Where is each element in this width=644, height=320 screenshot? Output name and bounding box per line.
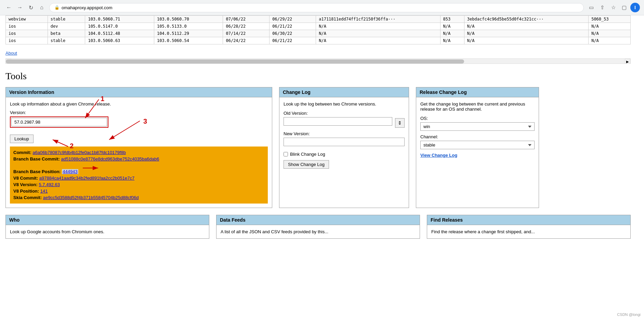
bookmark-button[interactable]: ☆ — [608, 3, 618, 12]
profile-avatar[interactable]: I — [630, 3, 640, 12]
version-info-header: Version Information — [6, 87, 272, 97]
who-card: Who Look up Google accounts from Chromiu… — [5, 215, 209, 239]
tools-heading: Tools — [5, 71, 631, 82]
results-area: Commit: a6a06b78087c9fdb4b12fe0ac1b87fdc… — [10, 147, 268, 204]
version-info-description: Look up information about a given Chrome… — [10, 101, 268, 107]
v8-position-row: V8 Position: 141 — [13, 188, 264, 194]
lock-icon: 🔒 — [54, 5, 60, 10]
home-button[interactable]: ⌂ — [37, 3, 47, 12]
who-header: Who — [6, 215, 209, 225]
who-description: Look up Google accounts from Chromium on… — [10, 229, 205, 234]
branch-base-position-row: Branch Base Position: 444943 — [13, 162, 264, 175]
new-version-col: New Version: — [284, 131, 405, 149]
old-version-input[interactable] — [284, 117, 392, 126]
page-content: webviewstable103.0.5060.71103.0.5060.700… — [0, 15, 636, 246]
branch-base-commit-link[interactable]: ad51088c0e8776e8dcd963dbe752c4035ba6dab6 — [61, 156, 159, 162]
about-link[interactable]: About — [5, 51, 17, 56]
svg-line-3 — [53, 140, 68, 147]
branch-base-commit-label: Branch Base Commit: — [13, 156, 60, 162]
v8-version-label: V8 Version: — [13, 182, 38, 187]
address-bar[interactable]: 🔒 omahaproxy.appspot.com — [49, 3, 584, 12]
release-changelog-body: Get the change log between the current a… — [416, 97, 539, 162]
changelog-description: Look up the log between two Chrome versi… — [284, 101, 405, 107]
share-button[interactable]: ⇧ — [597, 3, 607, 12]
skia-commit-row: Skia Commit: ae9cc5d3588d52f4b371b558457… — [13, 194, 264, 201]
skia-commit-label: Skia Commit: — [13, 195, 42, 200]
table-row: webviewstable103.0.5060.71103.0.5060.700… — [6, 16, 631, 23]
channel-select[interactable]: stablebetadevcanary — [420, 141, 535, 149]
browser-actions: ▭ ⇧ ☆ ▢ I — [587, 3, 640, 12]
table-row: iosbeta104.0.5112.48104.0.5112.2907/14/2… — [6, 30, 631, 37]
commit-link[interactable]: a6a06b78087c9fdb4b12fe0ac1b87fdc10179f8b — [32, 150, 126, 155]
branch-base-commit-row: Branch Base Commit: ad51088c0e8776e8dcd9… — [13, 156, 264, 162]
old-version-label: Old Version: — [284, 111, 392, 116]
versions-table: webviewstable103.0.5060.71103.0.5060.700… — [5, 15, 631, 44]
browser-chrome: ← → ↻ ⌂ 🔒 omahaproxy.appspot.com ▭ ⇧ ☆ ▢… — [0, 0, 644, 15]
find-releases-header: Find Releases — [427, 215, 630, 225]
forward-button[interactable]: → — [15, 3, 25, 12]
find-releases-card: Find Releases Find the release where a c… — [427, 215, 631, 239]
reload-button[interactable]: ↻ — [26, 3, 36, 12]
blink-row: Blink Change Log — [284, 152, 405, 157]
changelog-body: Look up the log between two Chrome versi… — [279, 97, 409, 173]
v8-position-label: V8 Position: — [13, 189, 39, 194]
v8-commit-label: V8 Commit: — [13, 176, 38, 181]
svg-line-6 — [109, 121, 140, 140]
swap-versions-button[interactable]: ⇕ — [395, 118, 405, 128]
changelog-card: Change Log Look up the log between two C… — [279, 87, 409, 208]
url-text: omahaproxy.appspot.com — [62, 5, 113, 10]
release-changelog-description: Get the change log between the current a… — [420, 101, 535, 112]
data-feeds-description: A list of all the JSON and CSV feeds pro… — [221, 229, 416, 234]
version-info-card: Version Information Look up information … — [5, 87, 272, 208]
os-select[interactable]: winmaclinuxiosandroidwebview — [420, 122, 535, 131]
annotation-arrow-3: 3 — [106, 117, 167, 145]
v8-version-row: V8 Version: 5.7.492.63 — [13, 181, 264, 188]
new-version-label: New Version: — [284, 131, 405, 136]
tools-grid: Version Information Look up information … — [5, 87, 631, 208]
old-version-col: Old Version: — [284, 111, 392, 128]
find-releases-body: Find the release where a change first sh… — [427, 225, 630, 238]
who-body: Look up Google accounts from Chromium on… — [6, 225, 209, 238]
lookup-button[interactable]: Lookup — [10, 135, 34, 143]
changelog-header: Change Log — [279, 87, 409, 97]
show-changelog-button[interactable]: Show Change Log — [284, 160, 329, 169]
data-feeds-header: Data Feeds — [216, 215, 420, 225]
data-feeds-card: Data Feeds A list of all the JSON and CS… — [216, 215, 420, 239]
branch-base-position-link[interactable]: 444943 — [62, 169, 78, 174]
data-feeds-body: A list of all the JSON and CSV feeds pro… — [216, 225, 420, 238]
find-releases-description: Find the release where a change first sh… — [431, 229, 626, 234]
version-input[interactable] — [11, 118, 107, 126]
versions-row: Old Version: ⇕ — [284, 111, 405, 128]
scroll-thumb[interactable] — [6, 59, 464, 64]
back-button[interactable]: ← — [4, 3, 14, 12]
release-changelog-header: Release Change Log — [416, 87, 539, 97]
position-annotation-arrow — [79, 163, 100, 173]
version-input-wrapper — [10, 116, 108, 128]
v8-commit-link[interactable]: a97884ca41aad9c34b2fed891faa2cc2b051e7c7 — [39, 176, 134, 181]
branch-base-position-label: Branch Base Position: — [13, 169, 61, 174]
table-row: iosstable103.0.5060.63103.0.5060.5406/24… — [6, 37, 631, 44]
cast-button[interactable]: ▭ — [587, 3, 596, 12]
v8-commit-row: V8 Commit: a97884ca41aad9c34b2fed891faa2… — [13, 175, 264, 181]
blink-checkbox[interactable] — [284, 152, 288, 156]
release-changelog-card: Release Change Log Get the change log be… — [416, 87, 539, 208]
bottom-cards: Who Look up Google accounts from Chromiu… — [5, 215, 631, 239]
version-label: Version: — [10, 110, 268, 115]
v8-position-link[interactable]: 141 — [40, 189, 48, 194]
commit-label: Commit: — [13, 150, 31, 155]
window-button[interactable]: ▢ — [619, 3, 629, 12]
horizontal-scrollbar[interactable]: ◀ ▶ — [5, 58, 631, 64]
table-row: iosdev105.0.5147.0105.0.5133.006/28/2206… — [6, 23, 631, 30]
scroll-right-arrow[interactable]: ▶ — [625, 59, 630, 64]
commit-row: Commit: a6a06b78087c9fdb4b12fe0ac1b87fdc… — [13, 149, 264, 156]
skia-commit-link[interactable]: ae9cc5d3588d52f4b371b55845704b25d88cf06d — [43, 195, 139, 200]
version-info-body: Look up information about a given Chrome… — [6, 97, 272, 208]
os-label: OS: — [420, 116, 535, 121]
view-changelog-link[interactable]: View Change Log — [420, 153, 457, 158]
new-version-input[interactable] — [284, 138, 405, 146]
channel-label: Channel: — [420, 134, 535, 139]
nav-buttons: ← → ↻ ⌂ — [4, 3, 47, 12]
blink-label: Blink Change Log — [290, 152, 325, 157]
svg-text:3: 3 — [143, 117, 147, 125]
v8-version-link[interactable]: 5.7.492.63 — [39, 182, 60, 187]
